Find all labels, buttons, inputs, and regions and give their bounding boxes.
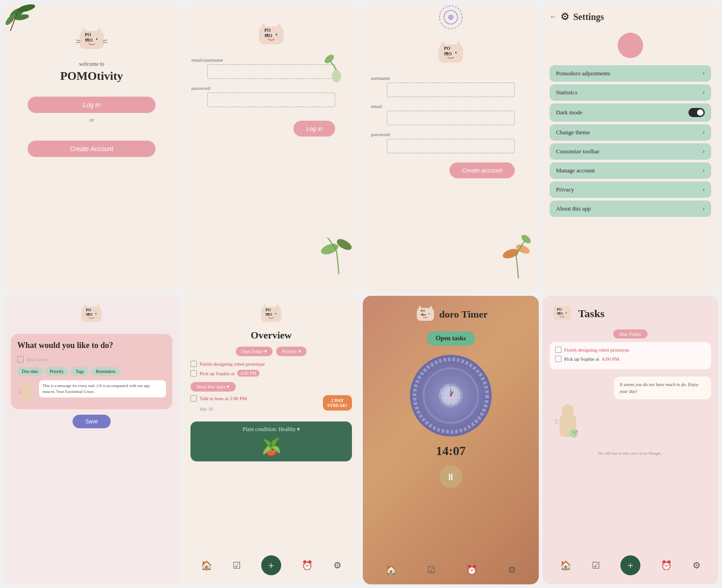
create-logo: PO MO: [435, 40, 467, 69]
due-today-pill[interactable]: Due Today: [613, 329, 648, 338]
plant-card[interactable]: Plant condition: Healthy ▾ 🪴: [190, 421, 352, 461]
svg-point-11: [96, 38, 98, 40]
task-date-3: July 19: [200, 407, 213, 412]
cat-logo-login: PO MO: [255, 22, 287, 49]
filter-due-today[interactable]: Due Today ▾: [236, 347, 273, 356]
login-logo: PO MO: [255, 22, 287, 51]
tasks-text-1: Finish designing robot prototype: [564, 347, 629, 353]
task-question: What would you like to do?: [17, 340, 166, 351]
timer-circle: 🕐: [410, 355, 492, 436]
settings-item-statistics[interactable]: Statistics ›: [550, 84, 711, 101]
login-button[interactable]: Log in: [28, 97, 156, 113]
task-checkbox[interactable]: [17, 356, 24, 363]
create-account-button[interactable]: Create Account: [28, 141, 156, 157]
timer-nav-timer[interactable]: ⏰: [466, 564, 478, 575]
svg-marker-70: [429, 305, 432, 309]
tasks-nav-timer[interactable]: ⏰: [661, 560, 672, 571]
tasks-today-list: Finish designing robot prototype Pick up…: [550, 342, 711, 369]
svg-line-89: [555, 420, 558, 421]
settings-item-toolbar[interactable]: Customize toolbar ›: [550, 143, 711, 160]
timer-nav-settings[interactable]: ⚙: [508, 564, 516, 575]
settings-item-about[interactable]: About this app ›: [550, 201, 711, 217]
svg-text:PO: PO: [444, 46, 450, 51]
small-note: She still has to take care of me though.…: [598, 451, 663, 456]
next-few-days-label[interactable]: Next few days ▾: [190, 382, 236, 392]
task-checkbox-3[interactable]: [190, 395, 197, 402]
nav-home[interactable]: 🏠: [201, 560, 212, 571]
welcome-logo: PO MO: [76, 26, 107, 54]
timer-nav-home[interactable]: 🏠: [385, 564, 397, 575]
svg-marker-48: [83, 304, 88, 308]
svg-marker-20: [276, 23, 282, 27]
create-password-input[interactable]: [387, 139, 515, 153]
cat-logo-svg: PO MO: [76, 26, 107, 54]
dark-mode-toggle[interactable]: [688, 108, 705, 117]
svg-text:PO: PO: [86, 308, 92, 312]
cat-logo-overview: PO MO: [258, 303, 285, 326]
task-form-bubble: What would you like to do? Task name Due…: [11, 334, 172, 409]
nav-settings[interactable]: ⚙: [333, 560, 341, 571]
tag-reminders[interactable]: Reminders: [91, 367, 120, 376]
open-tasks-button[interactable]: Open tasks: [427, 331, 475, 346]
svg-line-13: [76, 42, 80, 43]
settings-item-theme[interactable]: Change theme ›: [550, 124, 711, 141]
svg-point-65: [275, 313, 276, 314]
tasks-nav-tasks[interactable]: ☑: [592, 560, 600, 571]
tag-tags[interactable]: Tags: [71, 367, 88, 376]
password-input[interactable]: [207, 93, 335, 107]
task-checkbox-2[interactable]: [190, 370, 197, 377]
create-account-submit-button[interactable]: Create account: [449, 162, 515, 178]
settings-item-darkmode[interactable]: Dark mode: [550, 103, 711, 122]
streak-badge: 2 DAYSTREAK!: [323, 395, 352, 411]
tasks-nav-settings[interactable]: ⚙: [693, 560, 701, 571]
nav-tasks[interactable]: ☑: [233, 560, 241, 571]
svg-text:MO: MO: [444, 51, 452, 56]
nav-add[interactable]: +: [261, 555, 281, 575]
timer-nav-tasks[interactable]: ☑: [427, 564, 435, 575]
login-submit-button[interactable]: Log in: [293, 121, 335, 137]
avatar-icon: [622, 36, 639, 54]
card-addtask: PO MO What would you like to do? Task na…: [4, 296, 180, 584]
tag-priority[interactable]: Priority: [45, 367, 68, 376]
svg-marker-7: [97, 27, 102, 32]
settings-item-pomodoro[interactable]: Pomodoro adjustments ›: [550, 65, 711, 82]
settings-item-account[interactable]: Manage account ›: [550, 162, 711, 179]
task-checkbox-1[interactable]: [190, 361, 197, 367]
filter-priority[interactable]: Priority ▾: [276, 347, 306, 356]
chevron-icon-privacy: ›: [702, 186, 705, 193]
user-avatar: [618, 33, 643, 58]
tag-due-date[interactable]: Due date: [17, 367, 43, 376]
timer-bottom-nav: 🏠 ☑ ⏰ ⚙: [370, 560, 532, 577]
email-input[interactable]: [207, 64, 335, 79]
tasks-nav-add[interactable]: +: [620, 555, 640, 575]
svg-text:MO: MO: [557, 312, 563, 316]
tasks-checkbox-2[interactable]: [555, 356, 561, 362]
tasks-nav-home[interactable]: 🏠: [560, 560, 571, 571]
timer-circle-bg: 🕐: [410, 355, 492, 436]
username-input[interactable]: [387, 83, 515, 97]
svg-text:MO: MO: [86, 313, 93, 317]
save-task-button[interactable]: Save: [73, 415, 110, 428]
timer-display: 14:07: [436, 444, 465, 458]
create-email-input[interactable]: [387, 111, 515, 125]
svg-text:🌱: 🌱: [571, 430, 578, 436]
nav-timer[interactable]: ⏰: [302, 560, 313, 571]
svg-marker-61: [275, 304, 280, 308]
or-text: or: [89, 117, 94, 123]
svg-text:MO: MO: [85, 38, 93, 43]
password-label: password: [191, 85, 319, 91]
svg-text:MO: MO: [420, 313, 426, 317]
svg-line-15: [103, 42, 107, 43]
back-arrow[interactable]: ←: [550, 13, 557, 21]
mascot-message-text: This is a message for every task :) It i…: [39, 380, 166, 397]
next-few-days-section: Next few days ▾ Talk to boss at 2:00 PM …: [190, 382, 352, 416]
app-title: POMOtivity: [60, 69, 123, 83]
card-timer: PO MO doro Timer Open tasks 🕐 14:07 ⏸ 🏠 …: [363, 296, 539, 584]
mascot-message: This is a message for every task :) It i…: [17, 380, 166, 403]
tasks-checkbox-1[interactable]: [555, 347, 561, 353]
svg-text:MO: MO: [266, 313, 273, 317]
timer-pause-button[interactable]: ⏸: [439, 466, 462, 488]
svg-point-74: [428, 313, 429, 314]
svg-text:PO: PO: [266, 308, 271, 312]
settings-item-privacy[interactable]: Privacy ›: [550, 181, 711, 198]
